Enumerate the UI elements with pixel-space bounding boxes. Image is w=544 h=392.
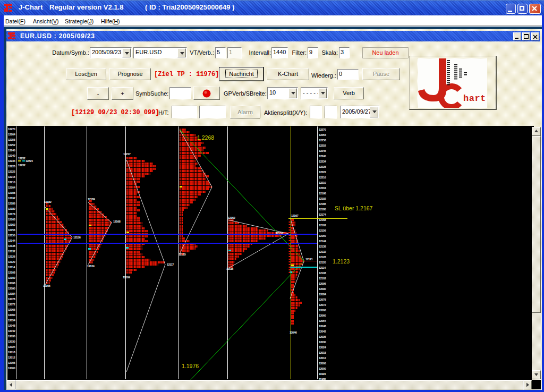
svg-text:12252: 12252 [319,144,326,147]
svg-text:12192: 12192 [8,197,15,200]
svg-text:12204: 12204 [8,186,16,189]
svg-text:12036: 12036 [8,335,15,338]
svg-text:12120: 12120 [8,260,15,263]
svg-text:12232: 12232 [18,157,26,160]
svg-text:12222: 12222 [319,171,326,174]
svg-text:12108: 12108 [8,271,15,274]
svg-text:12224: 12224 [26,159,33,163]
svg-text:12117: 12117 [167,263,174,266]
svg-text:12258: 12258 [8,138,15,141]
svg-text:12252: 12252 [8,143,15,147]
svg-text:12138: 12138 [319,245,326,248]
svg-text:12162: 12162 [228,216,235,219]
svg-text:12030: 12030 [8,340,15,343]
svg-text:12186: 12186 [319,202,326,206]
svg-text:12024: 12024 [8,345,16,348]
svg-text:12144: 12144 [319,240,327,243]
svg-text:12072: 12072 [319,303,326,306]
svg-text:12258: 12258 [319,139,326,142]
svg-text:12174: 12174 [8,212,16,216]
svg-text:12096: 12096 [8,282,15,285]
svg-text:12168: 12168 [113,220,121,223]
svg-text:12232: 12232 [18,164,26,167]
svg-text:12246: 12246 [319,149,326,152]
svg-text:12102: 12102 [8,276,15,279]
svg-text:12046: 12046 [290,331,297,334]
svg-text:12018: 12018 [319,351,326,354]
svg-text:12000: 12000 [319,367,326,370]
svg-text:12264: 12264 [8,133,16,136]
svg-text:12042: 12042 [8,329,15,333]
svg-text:12042: 12042 [319,330,326,333]
svg-text:12246: 12246 [8,149,15,152]
svg-text:12006: 12006 [319,362,326,365]
svg-text:1.2268: 1.2268 [197,134,214,141]
svg-text:12072: 12072 [8,303,15,306]
svg-text:12024: 12024 [319,346,327,349]
svg-text:12151: 12151 [276,232,283,235]
svg-text:12048: 12048 [319,325,326,328]
svg-text:12166: 12166 [43,284,50,287]
svg-text:12126: 12126 [319,255,326,259]
svg-text:12126: 12126 [8,255,15,258]
svg-text:12228: 12228 [8,165,15,168]
svg-text:12270: 12270 [319,128,326,131]
svg-text:12006: 12006 [8,361,15,364]
svg-text:12150: 12150 [8,234,15,237]
svg-text:12060: 12060 [319,314,326,317]
svg-text:12189: 12189 [88,198,95,201]
svg-text:12167: 12167 [291,214,299,217]
svg-text:12012: 12012 [319,356,326,360]
svg-text:12240: 12240 [319,155,326,158]
svg-text:12124: 12124 [87,265,95,268]
svg-text:12162: 12162 [319,224,326,227]
svg-text:12222: 12222 [8,170,15,173]
svg-text:12078: 12078 [319,298,326,301]
svg-text:12192: 12192 [319,197,326,200]
svg-text:12264: 12264 [319,133,327,137]
svg-text:12168: 12168 [8,218,15,221]
svg-text:12156: 12156 [8,228,15,232]
svg-text:12217: 12217 [123,152,131,156]
svg-text:12108: 12108 [319,271,326,275]
svg-text:12186: 12186 [8,202,15,205]
svg-text:12150: 12150 [319,234,326,237]
svg-text:12144: 12144 [8,239,16,242]
svg-text:12018: 12018 [8,351,15,354]
svg-text:12156: 12156 [73,236,81,239]
svg-text:12198: 12198 [8,191,15,194]
svg-text:12270: 12270 [8,127,15,131]
svg-text:SL über 1.2167: SL über 1.2167 [335,205,373,211]
svg-text:12174: 12174 [319,213,327,216]
svg-text:12121: 12121 [305,258,313,261]
svg-text:12114: 12114 [8,266,15,269]
svg-text:12120: 12120 [319,261,326,264]
svg-text:12030: 12030 [319,340,326,344]
svg-text:12102: 12102 [319,277,326,280]
svg-text:12066: 12066 [319,309,326,312]
svg-text:12228: 12228 [319,165,326,168]
svg-text:12169: 12169 [123,276,130,279]
svg-text:12138: 12138 [8,244,15,248]
svg-text:12012: 12012 [8,356,15,359]
svg-text:12090: 12090 [8,287,15,290]
svg-text:12000: 12000 [8,367,15,370]
svg-text:12234: 12234 [319,160,327,163]
svg-text:12180: 12180 [319,208,326,211]
svg-text:12182: 12182 [44,200,52,203]
svg-text:12115: 12115 [226,267,233,270]
svg-text:12048: 12048 [8,324,15,327]
svg-text:12210: 12210 [8,181,15,184]
svg-text:12060: 12060 [8,313,15,317]
svg-text:12084: 12084 [8,292,16,295]
svg-text:12084: 12084 [319,293,327,296]
svg-text:12054: 12054 [8,319,16,322]
svg-text:12210: 12210 [319,181,326,184]
svg-text:12132: 12132 [8,250,15,253]
svg-text:11994: 11994 [319,372,326,376]
svg-text:12054: 12054 [319,319,327,322]
svg-text:12090: 12090 [319,287,326,291]
svg-text:12162: 12162 [8,223,15,226]
svg-text:12078: 12078 [8,297,15,301]
svg-text:12066: 12066 [8,308,15,311]
